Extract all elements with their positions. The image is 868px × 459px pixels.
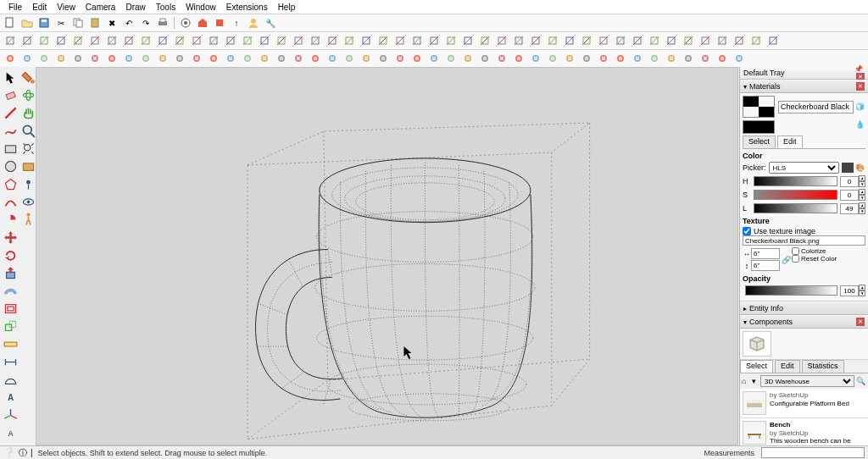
tool-btn-26[interactable] [443,33,459,48]
home-icon[interactable]: ⌂ [742,377,752,385]
plugin-btn-4[interactable] [70,51,86,66]
tool-btn-14[interactable] [240,33,255,48]
tool-btn-41[interactable] [698,33,713,48]
h-value[interactable]: 0 [840,176,859,187]
reset-color-checkbox[interactable]: Reset Color [792,255,865,263]
eraser-icon[interactable] [3,87,19,103]
tool-btn-36[interactable] [613,33,628,48]
texture-height-input[interactable] [751,260,780,271]
offset-icon[interactable] [3,301,19,317]
plugin-btn-37[interactable] [630,51,645,66]
zoom-icon[interactable] [20,123,36,139]
plugin-btn-38[interactable] [647,51,662,66]
tool-btn-25[interactable] [426,33,442,48]
plugin-btn-7[interactable] [121,51,136,66]
measurements-input[interactable] [761,447,865,458]
tool-btn-6[interactable] [104,33,120,48]
plugin-btn-0[interactable] [3,51,18,66]
plugin-btn-21[interactable] [359,51,374,66]
user-icon[interactable] [246,15,261,30]
plugin-btn-34[interactable] [579,51,594,66]
rotate-icon[interactable] [3,247,19,263]
comp-tab-edit[interactable]: Edit [775,360,800,373]
tool-btn-40[interactable] [681,33,696,48]
match-color-icon[interactable]: 🎨 [855,163,865,172]
tool-btn-1[interactable] [19,33,35,48]
undo-icon[interactable]: ↶ [121,15,136,30]
use-texture-checkbox[interactable]: Use texture image [743,227,865,235]
tool-btn-28[interactable] [477,33,492,48]
texture-width-input[interactable] [751,248,780,259]
components-panel-head[interactable]: Components✕ [740,315,868,329]
tool-btn-12[interactable] [206,33,221,48]
plugin-btn-5[interactable] [87,51,103,66]
menu-tools[interactable]: Tools [151,2,181,13]
dimension-icon[interactable] [3,354,19,370]
texture-file-input[interactable] [743,235,865,246]
s-spinner[interactable]: ▴▾ [859,189,865,201]
menu-file[interactable]: File [3,2,27,13]
plugin-btn-12[interactable] [206,51,221,66]
list-item[interactable]: by SketchUpConfigurable Platform Bed [740,389,868,418]
opacity-value[interactable]: 100 [840,285,859,296]
tool-btn-19[interactable] [325,33,340,48]
orbit-icon[interactable] [20,87,36,103]
tool-btn-17[interactable] [291,33,306,48]
picker-select[interactable]: HLS [769,162,839,174]
tool-btn-27[interactable] [460,33,476,48]
tray-title[interactable]: Default Tray 📌✕ [740,67,868,80]
protractor-icon[interactable] [3,372,19,388]
3dtext-icon[interactable]: A [3,425,19,441]
opacity-slider[interactable] [745,285,837,296]
print-icon[interactable] [155,15,170,30]
menu-help[interactable]: Help [273,2,301,13]
tool-btn-44[interactable] [748,33,764,48]
component-list[interactable]: by SketchUpConfigurable Platform Bed Ben… [740,389,868,445]
tool-btn-37[interactable] [630,33,645,48]
plugin-btn-29[interactable] [494,51,509,66]
pushpull-icon[interactable] [3,265,19,281]
tool-btn-10[interactable] [172,33,187,48]
tool-btn-22[interactable] [376,33,391,48]
tool-btn-35[interactable] [596,33,611,48]
tool-btn-13[interactable] [223,33,238,48]
tool-btn-42[interactable] [715,33,730,48]
walk-icon[interactable] [20,212,36,228]
redo-icon[interactable]: ↷ [138,15,153,30]
plugin-btn-43[interactable] [732,51,747,66]
plugin-btn-36[interactable] [613,51,628,66]
open-icon[interactable] [19,15,35,30]
viewport[interactable] [36,68,737,445]
plugin-btn-41[interactable] [698,51,713,66]
plugin-btn-22[interactable] [376,51,391,66]
tools-icon[interactable]: 🔧 [263,15,278,30]
tool-btn-39[interactable] [664,33,679,48]
paste-icon[interactable] [87,15,103,30]
tool-btn-31[interactable] [528,33,543,48]
tool-btn-32[interactable] [545,33,560,48]
plugin-btn-1[interactable] [19,51,35,66]
tool-btn-45[interactable] [765,33,781,48]
s-value[interactable]: 0 [840,190,859,201]
plugin-btn-10[interactable] [172,51,187,66]
secondary-swatch[interactable] [743,120,775,134]
plugin-btn-13[interactable] [223,51,238,66]
list-item[interactable]: Benchby SketchUpThis wooden bench can be… [740,418,868,445]
plugin-btn-33[interactable] [562,51,577,66]
plugin-btn-20[interactable] [342,51,357,66]
freehand-icon[interactable] [3,123,19,139]
tool-btn-21[interactable] [359,33,374,48]
tool-btn-33[interactable] [562,33,577,48]
tool-btn-20[interactable] [342,33,357,48]
tool-btn-11[interactable] [189,33,204,48]
panel-close-icon[interactable]: ✕ [856,318,865,326]
materials-panel-head[interactable]: Materials✕ [740,80,868,93]
plugin-btn-18[interactable] [308,51,323,66]
tool-btn-30[interactable] [511,33,526,48]
l-value[interactable]: 49 [840,203,859,214]
menu-camera[interactable]: Camera [81,2,121,13]
plugin-btn-42[interactable] [715,51,730,66]
cut-icon[interactable]: ✂ [53,15,69,30]
menu-view[interactable]: View [52,2,81,13]
chevron-down-icon[interactable]: ▾ [752,377,760,385]
